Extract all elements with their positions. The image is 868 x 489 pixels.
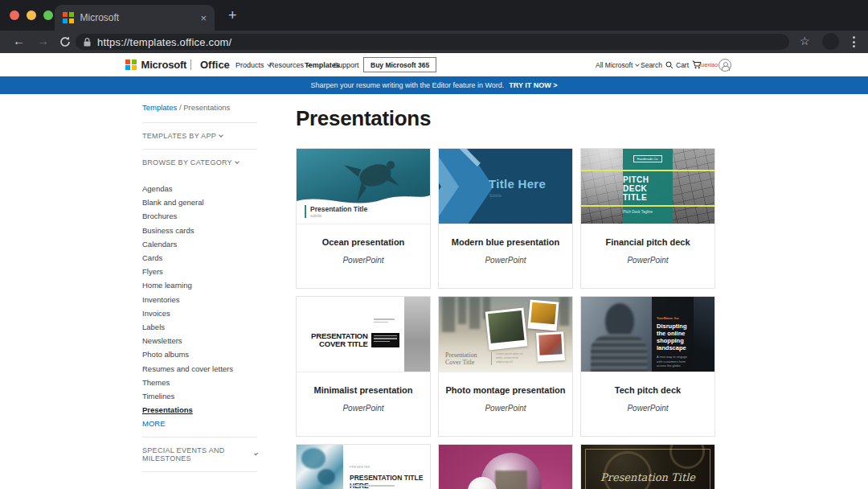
template-title: Modern blue presentation bbox=[439, 237, 572, 247]
thumbnail-art bbox=[297, 445, 343, 489]
close-window-button[interactable] bbox=[10, 10, 19, 20]
buy-microsoft-365-button[interactable]: Buy Microsoft 365 bbox=[363, 57, 436, 72]
template-thumbnail: Presentation Title bbox=[581, 445, 714, 489]
sidebar-more-link[interactable]: MORE bbox=[142, 417, 257, 437]
sidebar-item-brochures[interactable]: Brochures bbox=[142, 209, 257, 223]
breadcrumb: Templates / Presentations bbox=[142, 103, 257, 123]
sidebar-item-business-cards[interactable]: Business cards bbox=[142, 224, 257, 237]
sidebar-item-cards[interactable]: Cards bbox=[142, 251, 257, 265]
template-card-minimalist[interactable]: PRESENTATION COVER TITLE Minimalist pres… bbox=[296, 296, 431, 437]
sidebar-item-inventories[interactable]: Inventories bbox=[142, 293, 257, 306]
slide-title: PITCH DECK TITLE bbox=[623, 175, 673, 202]
microsoft-brand-text: Microsoft bbox=[141, 59, 187, 71]
template-thumbnail: Title Here Subtitle bbox=[439, 149, 572, 224]
sidebar-item-invoices[interactable]: Invoices bbox=[142, 306, 257, 320]
promo-cta-link[interactable]: TRY IT NOW > bbox=[509, 81, 557, 89]
template-card-photo-montage[interactable]: Presentation Cover Title Lorem ipsum dol… bbox=[438, 296, 573, 437]
template-app: PowerPoint bbox=[581, 256, 714, 265]
reload-icon[interactable] bbox=[59, 36, 71, 47]
card-info: Photo montage presentation PowerPoint bbox=[439, 385, 572, 436]
template-card-vintage[interactable]: Presentation Title bbox=[580, 444, 715, 489]
polaroid-photo bbox=[536, 331, 565, 362]
forward-icon[interactable]: → bbox=[37, 34, 49, 47]
slide-title: Disrupting the online shopping landscape bbox=[657, 323, 689, 351]
browser-tab[interactable]: Microsoft × bbox=[55, 5, 215, 31]
template-card-ocean[interactable]: Presentation Title subtitle Ocean presen… bbox=[296, 148, 431, 289]
polaroid-photo bbox=[485, 308, 528, 351]
nav-support[interactable]: Support bbox=[334, 53, 359, 76]
sidebar-item-blank-and-general[interactable]: Blank and general bbox=[142, 195, 257, 209]
page-title: Presentations bbox=[296, 106, 431, 131]
section-browse-by-category[interactable]: BROWSE BY CATEGORY bbox=[142, 150, 257, 175]
lock-icon bbox=[84, 38, 91, 47]
section-special-events[interactable]: SPECIAL EVENTS AND MILESTONES bbox=[142, 438, 257, 472]
sidebar-item-presentations-current[interactable]: Presentations bbox=[142, 403, 257, 417]
sidebar-item-themes[interactable]: Themes bbox=[142, 376, 257, 389]
section-templates-by-app[interactable]: TEMPLATES BY APP bbox=[142, 123, 257, 150]
thumbnail-art bbox=[317, 469, 335, 485]
card-info: Minimalist presentation PowerPoint bbox=[297, 385, 430, 436]
microsoft-logo[interactable]: Microsoft bbox=[125, 53, 186, 76]
template-thumbnail: Handmade Co. PITCH DECK TITLE Pitch Deck… bbox=[581, 149, 714, 224]
card-info: Ocean presentation PowerPoint bbox=[297, 237, 430, 288]
category-list: Agendas Blank and general Brochures Busi… bbox=[142, 175, 257, 438]
bookmark-star-icon[interactable]: ☆ bbox=[800, 35, 810, 47]
sidebar-item-timelines[interactable]: Timelines bbox=[142, 389, 257, 403]
thumbnail-art bbox=[374, 318, 395, 324]
template-app: PowerPoint bbox=[439, 256, 572, 265]
sidebar-item-calendars[interactable]: Calendars bbox=[142, 237, 257, 251]
template-card-financial-pitch[interactable]: Handmade Co. PITCH DECK TITLE Pitch Deck… bbox=[580, 148, 715, 289]
sidebar-item-resumes-and-cover-letters[interactable]: Resumes and cover letters bbox=[142, 362, 257, 376]
new-tab-button[interactable]: + bbox=[228, 7, 237, 24]
office-home-link[interactable]: Office bbox=[200, 53, 230, 76]
browser-window: Microsoft × + ← → https://templates.offi… bbox=[0, 0, 868, 489]
nav-products[interactable]: Products bbox=[235, 53, 271, 76]
slide-subtitle: A new way to engage with customers from … bbox=[657, 355, 689, 368]
tab-title: Microsoft bbox=[80, 12, 194, 23]
thumbnail-art bbox=[559, 297, 569, 326]
template-card-tech-pitch[interactable]: YourName, Inc Disrupting the online shop… bbox=[580, 296, 715, 437]
template-card-contoso[interactable]: Contoso bbox=[438, 444, 573, 489]
template-app: PowerPoint bbox=[439, 404, 572, 413]
thumbnail-art bbox=[469, 297, 480, 329]
thumbnail-art bbox=[591, 334, 647, 372]
sidebar-item-home-learning[interactable]: Home learning bbox=[142, 278, 257, 292]
all-microsoft-menu[interactable]: All Microsoft bbox=[596, 53, 639, 76]
account-name[interactable]: xuexiao bbox=[698, 53, 718, 76]
template-title: Ocean presentation bbox=[297, 237, 430, 247]
microsoft-favicon-icon bbox=[63, 12, 74, 23]
chevron-down-icon bbox=[254, 451, 258, 455]
window-controls bbox=[10, 10, 53, 20]
account-button[interactable] bbox=[719, 53, 731, 76]
minimize-window-button[interactable] bbox=[27, 10, 36, 20]
search-button[interactable]: Search bbox=[641, 53, 674, 76]
maximize-window-button[interactable] bbox=[43, 10, 53, 20]
browser-menu-icon[interactable] bbox=[853, 36, 855, 47]
template-thumbnail: PRESENTATION COVER TITLE bbox=[297, 297, 430, 372]
template-card-title-here[interactable]: PRESENTER PRESENTATION TITLE HERE bbox=[296, 444, 431, 489]
sidebar-item-flyers[interactable]: Flyers bbox=[142, 265, 257, 278]
sidebar-item-agendas[interactable]: Agendas bbox=[142, 182, 257, 195]
template-app: PowerPoint bbox=[297, 404, 430, 413]
thumbnail-art bbox=[371, 333, 399, 347]
breadcrumb-current: Presentations bbox=[183, 103, 230, 112]
slide-caption: Presentation Title subtitle bbox=[305, 205, 367, 218]
promo-banner: Sharpen your resume writing with the Edi… bbox=[0, 76, 868, 94]
slide-subtitle: PRESENTER bbox=[350, 466, 371, 469]
address-bar[interactable]: https://templates.office.com/ bbox=[76, 34, 789, 50]
template-card-modern-blue[interactable]: Title Here Subtitle Modern blue presenta… bbox=[438, 148, 573, 289]
thumbnail-art bbox=[581, 205, 714, 207]
close-tab-icon[interactable]: × bbox=[200, 13, 207, 23]
back-icon[interactable]: ← bbox=[13, 34, 25, 47]
template-title: Photo montage presentation bbox=[439, 385, 572, 395]
browser-profile-avatar[interactable] bbox=[822, 33, 839, 50]
template-thumbnail: Presentation Cover Title Lorem ipsum dol… bbox=[439, 297, 572, 372]
sidebar-item-photo-albums[interactable]: Photo albums bbox=[142, 347, 257, 361]
thumbnail-art bbox=[491, 352, 492, 365]
slide-title: Title Here bbox=[489, 177, 546, 191]
breadcrumb-templates-link[interactable]: Templates bbox=[142, 103, 177, 112]
promo-message: Sharpen your resume writing with the Edi… bbox=[310, 81, 504, 89]
template-thumbnail: PRESENTER PRESENTATION TITLE HERE bbox=[297, 445, 430, 489]
sidebar-item-labels[interactable]: Labels bbox=[142, 320, 257, 334]
sidebar-item-newsletters[interactable]: Newsletters bbox=[142, 334, 257, 347]
